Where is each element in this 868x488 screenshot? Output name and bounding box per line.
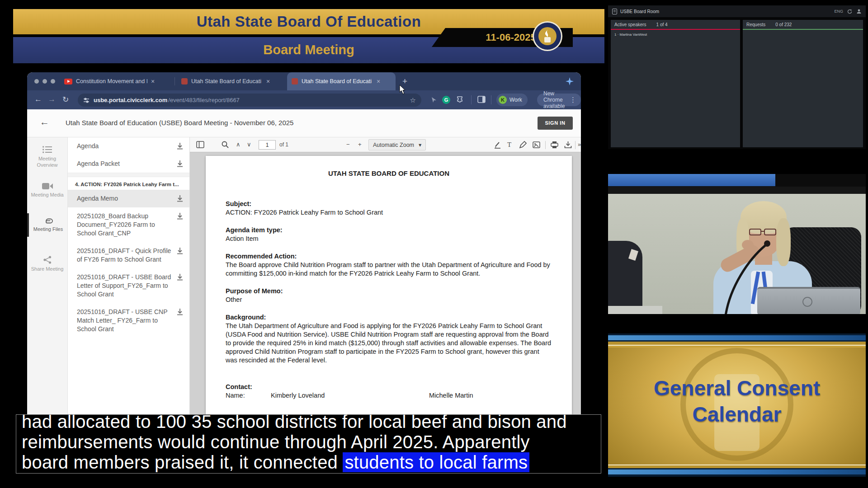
pdf-zoom-value: Automatic Zoom	[373, 142, 414, 148]
reload-icon[interactable]: ↻	[62, 95, 69, 104]
slide-title-line-1: General Consent	[608, 375, 866, 401]
tab-close-icon[interactable]: ×	[266, 78, 270, 85]
bookmark-star-icon[interactable]: ☆	[410, 96, 416, 104]
pdf-zoom-in-icon[interactable]: +	[358, 141, 362, 148]
nav-meeting-overview[interactable]: Meeting Overview	[27, 141, 67, 173]
app-document-icon	[612, 9, 617, 14]
tab-close-icon[interactable]: ×	[151, 78, 155, 85]
file-row-cnp-match-letter[interactable]: 20251016_DRAFT - USBE CNP Match Letter_ …	[68, 303, 189, 338]
video-frame: Utah State Board Of Education Board Meet…	[0, 0, 868, 488]
contact-label: Contact:	[226, 383, 552, 391]
file-row-agenda-packet[interactable]: Agenda Packet	[68, 155, 189, 173]
pdf-more-tools-icon[interactable]: »	[578, 141, 581, 148]
pdf-zoom-select[interactable]: Automatic Zoom ▾	[368, 139, 426, 150]
pdf-page-input[interactable]	[259, 140, 276, 150]
pdf-next-icon[interactable]: ∨	[247, 141, 251, 148]
pdf-highlight-icon[interactable]	[494, 141, 501, 149]
forward-icon[interactable]: →	[48, 95, 56, 104]
tab-title: Utah State Board of Educati	[302, 78, 373, 84]
control-app-title: USBE Board Room	[620, 9, 659, 14]
user-icon[interactable]	[856, 9, 862, 14]
download-icon[interactable]	[177, 143, 183, 150]
pdf-sidebar-toggle-icon[interactable]	[196, 141, 204, 148]
tab-separator	[175, 77, 175, 85]
sign-in-button[interactable]: SIGN IN	[538, 117, 573, 130]
slide-border	[608, 465, 866, 465]
file-row-board-backup[interactable]: 20251028_Board Backup Document_FY2026 Fa…	[68, 207, 189, 242]
active-speakers-header: Active speakers 1 of 4	[611, 20, 740, 30]
file-label: 20251028_Board Backup Document_FY2026 Fa…	[77, 212, 177, 238]
pdf-zoom-out-icon[interactable]: −	[346, 141, 350, 148]
file-row-letter-of-support[interactable]: 20251016_DRAFT - USBE Board Letter of Su…	[68, 268, 189, 303]
pdf-text-tool-icon[interactable]: T	[507, 141, 511, 149]
video-camera-icon	[42, 183, 53, 190]
purpose-value: Other	[226, 296, 552, 304]
profile-chip[interactable]: K Work	[496, 94, 528, 106]
download-icon[interactable]	[177, 195, 183, 202]
grammarly-extension-icon[interactable]: G	[442, 96, 450, 104]
refresh-icon[interactable]	[847, 9, 852, 14]
chrome-update-button[interactable]: New Chrome available ⋮	[537, 94, 581, 106]
tab-usbe-board-1[interactable]: Utah State Board of Educati ×	[177, 72, 285, 90]
browser-tabstrip: Constitution Movement and I × Utah State…	[27, 72, 581, 90]
chevron-down-icon: ▾	[419, 141, 421, 148]
pdf-print-icon[interactable]	[551, 141, 558, 149]
pdf-viewer: ∧ ∨ of 1 − + Automatic Zoom ▾ T	[190, 137, 581, 415]
download-icon[interactable]	[177, 274, 183, 281]
pdf-document-page: UTAH STATE BOARD OF EDUCATION Subject: A…	[206, 156, 572, 415]
agenda-type-label: Agenda item type:	[226, 226, 552, 235]
window-control-dot[interactable]	[34, 79, 39, 84]
side-panel-icon[interactable]	[477, 96, 486, 103]
site-info-icon[interactable]	[83, 97, 90, 103]
board-room-control-app: USBE Board Room ENG Active speakers 1 of…	[608, 5, 866, 149]
window-control-dot[interactable]	[51, 79, 55, 84]
back-icon[interactable]: ←	[34, 95, 42, 104]
nav-share-meeting[interactable]: Share Meeting	[27, 251, 67, 277]
tab-search-sparkle-icon[interactable]	[566, 77, 574, 85]
active-speakers-count: 1 of 4	[656, 22, 668, 27]
subject-value: ACTION: FY2026 Patrick Leahy Farm to Sch…	[226, 208, 552, 217]
pdf-prev-icon[interactable]: ∧	[236, 141, 241, 148]
extensions-puzzle-icon[interactable]	[457, 96, 464, 103]
list-icon	[42, 145, 52, 154]
pdf-draw-icon[interactable]	[519, 141, 527, 149]
pdf-download-icon[interactable]	[564, 141, 572, 149]
file-row-quick-profile[interactable]: 20251016_DRAFT - Quick Profile of FY26 F…	[68, 242, 189, 268]
portal-back-icon[interactable]: ←	[40, 117, 49, 127]
window-control-dot[interactable]	[42, 79, 47, 84]
browser-menu-icon[interactable]: ⋮	[570, 96, 576, 104]
file-label: Agenda Memo	[77, 194, 177, 203]
url-host: usbe.portal.civicclerk.com	[94, 97, 167, 103]
file-label: 20251016_DRAFT - Quick Profile of FY26 F…	[77, 247, 177, 264]
cursor-extension-icon[interactable]	[431, 97, 437, 103]
pdf-search-icon[interactable]	[222, 141, 229, 148]
address-bar[interactable]: usbe.portal.civicclerk.com /event/483/fi…	[78, 94, 421, 107]
chrome-update-label: New Chrome available	[543, 90, 565, 109]
download-icon[interactable]	[177, 213, 183, 220]
nav-meeting-media[interactable]: Meeting Media	[27, 178, 67, 202]
pdf-toolbar: ∧ ∨ of 1 − + Automatic Zoom ▾ T	[190, 137, 581, 152]
download-icon[interactable]	[177, 309, 183, 315]
file-row-agenda-memo-selected[interactable]: Agenda Memo	[68, 190, 189, 207]
active-speaker-row[interactable]: 1 · Martina VanWest	[611, 30, 740, 39]
file-row-agenda[interactable]: Agenda	[68, 137, 189, 155]
language-indicator[interactable]: ENG	[834, 9, 843, 14]
tab-usbe-board-2-active[interactable]: Utah State Board of Educati ×	[287, 72, 396, 90]
subject-label: Subject:	[226, 200, 552, 208]
nav-label: Meeting Files	[33, 226, 63, 232]
laptop-logo	[802, 297, 812, 307]
nav-meeting-files[interactable]: Meeting Files	[27, 213, 67, 237]
download-icon[interactable]	[177, 248, 183, 254]
file-label: 20251016_DRAFT - USBE CNP Match Letter_ …	[77, 308, 177, 333]
purpose-label: Purpose of Memo:	[226, 287, 552, 296]
tab-close-icon[interactable]: ×	[377, 78, 380, 85]
nav-label: Meeting Overview	[37, 156, 58, 168]
pdf-image-icon[interactable]	[533, 141, 540, 148]
slide-border-gold	[608, 346, 866, 347]
download-icon[interactable]	[177, 160, 183, 167]
contact-name-label: Name:	[226, 391, 271, 400]
contact-name-2: Michelle Martin	[429, 391, 473, 400]
tab-constitution-movement[interactable]: Constitution Movement and I ×	[60, 72, 173, 90]
control-app-header: USBE Board Room ENG	[608, 5, 866, 17]
requests-count: 0 of 232	[775, 22, 792, 27]
